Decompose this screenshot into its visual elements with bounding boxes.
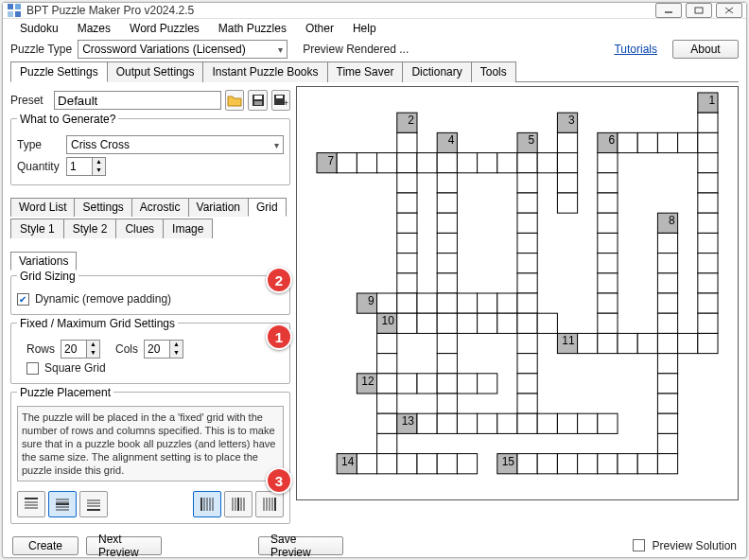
create-button[interactable]: Create: [12, 536, 78, 555]
gen-type-select[interactable]: Criss Cross ▾: [66, 135, 284, 154]
gen-qty-input[interactable]: [67, 158, 92, 175]
svg-rect-76: [598, 153, 618, 173]
align-top-button[interactable]: [17, 491, 45, 517]
spin-down-icon[interactable]: ▼: [170, 349, 183, 358]
callout-badge-2: 2: [266, 267, 292, 293]
align-vcenter-button[interactable]: [48, 491, 77, 517]
svg-rect-57: [618, 132, 637, 152]
svg-rect-89: [698, 193, 718, 213]
tab-word-list[interactable]: Word List: [10, 198, 75, 217]
crossword-grid: 123456789101112131415: [297, 87, 738, 499]
tab-tools[interactable]: Tools: [471, 61, 516, 82]
tab-image[interactable]: Image: [163, 219, 213, 238]
tab-time-saver[interactable]: Time Saver: [327, 61, 404, 82]
svg-rect-54: [557, 132, 577, 152]
tab-dictionary[interactable]: Dictionary: [402, 61, 471, 82]
maximize-button[interactable]: [686, 3, 712, 18]
tutorials-link[interactable]: Tutorials: [614, 43, 657, 56]
chevron-down-icon: ▾: [278, 44, 283, 55]
svg-rect-107: [657, 254, 677, 273]
svg-rect-93: [598, 213, 618, 233]
subtabs-level1: Word List Settings Acrostic Variation Gr…: [10, 197, 290, 216]
svg-rect-139: [657, 313, 677, 333]
preset-input[interactable]: [54, 91, 221, 110]
gen-qty-spinner[interactable]: ▲▼: [66, 157, 106, 176]
tab-puzzle-settings[interactable]: Puzzle Settings: [10, 61, 108, 82]
tab-style1[interactable]: Style 1: [10, 219, 64, 238]
tab-instant-puzzle-books[interactable]: Instant Puzzle Books: [202, 61, 327, 82]
tab-variations[interactable]: Variations: [10, 252, 77, 271]
preview-solution-checkbox[interactable]: [633, 539, 645, 551]
cols-input[interactable]: [145, 341, 169, 358]
preset-save-button[interactable]: [248, 90, 267, 111]
svg-rect-160: [397, 374, 417, 394]
svg-rect-60: [678, 132, 698, 152]
align-right-button[interactable]: [255, 491, 284, 517]
dynamic-checkbox[interactable]: [17, 293, 29, 306]
svg-rect-150: [657, 333, 677, 353]
next-preview-button[interactable]: Next Preview: [86, 536, 162, 555]
svg-rect-85: [437, 193, 457, 213]
tab-variation[interactable]: Variation: [188, 198, 249, 217]
gen-legend: What to Generate?: [17, 113, 118, 126]
tab-style2[interactable]: Style 2: [63, 219, 117, 238]
tab-grid[interactable]: Grid: [248, 198, 287, 217]
svg-rect-110: [437, 273, 457, 293]
svg-rect-166: [657, 374, 677, 394]
svg-rect-142: [437, 333, 457, 353]
svg-rect-180: [537, 413, 557, 433]
svg-rect-122: [478, 293, 497, 313]
align-left-button[interactable]: [193, 491, 221, 517]
svg-rect-147: [598, 333, 618, 353]
svg-rect-189: [357, 454, 376, 474]
close-button[interactable]: [716, 3, 742, 18]
spin-down-icon[interactable]: ▼: [93, 166, 105, 175]
preset-save-as-button[interactable]: +: [271, 90, 290, 111]
svg-rect-67: [397, 153, 417, 173]
spin-up-icon[interactable]: ▲: [170, 341, 183, 349]
preset-row: Preset +: [10, 90, 290, 111]
preset-open-button[interactable]: [225, 90, 244, 111]
svg-rect-112: [598, 273, 618, 293]
about-button[interactable]: About: [672, 40, 739, 59]
svg-rect-80: [517, 173, 537, 193]
subtabs-level3: Variations: [10, 251, 290, 270]
svg-rect-204: [657, 454, 677, 474]
menu-mazes[interactable]: Mazes: [68, 19, 120, 38]
menu-help[interactable]: Help: [343, 19, 386, 38]
svg-rect-78: [397, 173, 417, 193]
svg-rect-149: [637, 333, 657, 353]
menu-sudoku[interactable]: Sudoku: [10, 19, 68, 38]
svg-rect-88: [598, 193, 618, 213]
save-preview-button[interactable]: Save Preview: [258, 536, 343, 555]
align-hcenter-button[interactable]: [224, 491, 253, 517]
tab-settings[interactable]: Settings: [74, 198, 131, 217]
svg-rect-177: [478, 413, 497, 433]
svg-rect-102: [698, 233, 718, 253]
tab-clues[interactable]: Clues: [115, 219, 164, 238]
menu-word-puzzles[interactable]: Word Puzzles: [120, 19, 209, 38]
svg-rect-148: [618, 333, 637, 353]
placement-legend: Puzzle Placement: [17, 386, 113, 399]
rows-spinner[interactable]: ▲▼: [61, 340, 100, 359]
cols-spinner[interactable]: ▲▼: [144, 340, 183, 359]
rows-input[interactable]: [61, 341, 86, 358]
menu-math-puzzles[interactable]: Math Puzzles: [209, 19, 296, 38]
svg-rect-153: [377, 354, 397, 374]
spin-down-icon[interactable]: ▼: [87, 349, 99, 358]
svg-rect-83: [698, 173, 718, 193]
spin-up-icon[interactable]: ▲: [87, 341, 99, 349]
square-grid-checkbox[interactable]: [26, 362, 39, 375]
svg-rect-103: [397, 254, 417, 273]
spin-up-icon[interactable]: ▲: [93, 158, 105, 166]
svg-rect-99: [517, 233, 537, 253]
app-window: BPT Puzzle Maker Pro v2024.2.5 Sudoku Ma…: [2, 2, 747, 558]
svg-rect-178: [497, 413, 517, 433]
align-bottom-button[interactable]: [79, 491, 108, 517]
puzzle-type-select[interactable]: Crossword Variations (Licensed) ▾: [78, 40, 287, 59]
minimize-button[interactable]: [655, 3, 682, 18]
tab-output-settings[interactable]: Output Settings: [107, 61, 204, 82]
svg-rect-174: [417, 413, 437, 433]
menu-other[interactable]: Other: [296, 19, 343, 38]
tab-acrostic[interactable]: Acrostic: [131, 198, 189, 217]
